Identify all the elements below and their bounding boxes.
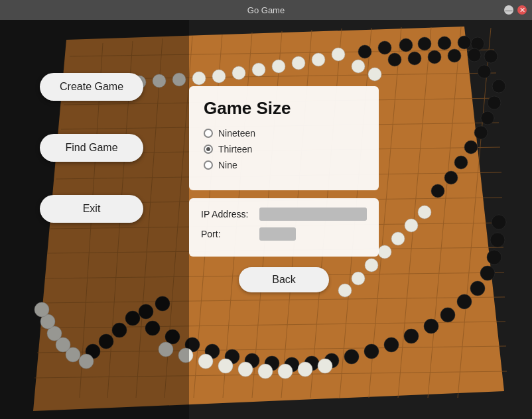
radio-nineteen-label: Nineteen bbox=[218, 128, 255, 139]
close-button[interactable]: ✕ bbox=[517, 5, 527, 15]
minimize-button[interactable]: — bbox=[504, 5, 513, 15]
svg-point-87 bbox=[232, 66, 245, 80]
ip-address-row: IP Address: bbox=[201, 208, 367, 221]
svg-point-48 bbox=[464, 141, 478, 154]
title-bar: Go Game — ✕ bbox=[0, 0, 532, 20]
port-label: Port: bbox=[201, 229, 254, 239]
svg-point-78 bbox=[490, 233, 505, 247]
svg-point-88 bbox=[212, 70, 226, 83]
radio-thirteen-btn[interactable] bbox=[204, 145, 213, 154]
radio-nine[interactable]: Nine bbox=[204, 160, 359, 170]
window-controls: — ✕ bbox=[504, 5, 527, 15]
svg-point-89 bbox=[192, 72, 206, 85]
game-size-panel: Game Size Nineteen Thirteen Nine bbox=[189, 86, 379, 190]
svg-point-50 bbox=[444, 171, 458, 184]
svg-point-112 bbox=[378, 245, 391, 259]
find-game-panel: IP Address: Port: bbox=[189, 198, 379, 257]
svg-point-49 bbox=[454, 156, 468, 169]
svg-point-77 bbox=[487, 250, 501, 265]
port-row: Port: bbox=[201, 227, 367, 241]
svg-point-63 bbox=[344, 349, 359, 364]
create-game-button[interactable]: Create Game bbox=[40, 73, 143, 101]
exit-button[interactable]: Exit bbox=[40, 195, 143, 223]
svg-point-42 bbox=[484, 50, 498, 63]
radio-nine-label: Nine bbox=[218, 160, 237, 170]
svg-point-110 bbox=[405, 219, 418, 232]
port-input[interactable] bbox=[259, 227, 296, 241]
svg-point-73 bbox=[440, 308, 455, 322]
svg-point-74 bbox=[457, 294, 472, 309]
svg-point-75 bbox=[470, 281, 485, 296]
svg-point-86 bbox=[252, 63, 265, 76]
svg-point-46 bbox=[481, 111, 494, 125]
radio-thirteen[interactable]: Thirteen bbox=[204, 144, 359, 154]
svg-point-94 bbox=[198, 354, 213, 369]
svg-point-83 bbox=[312, 53, 325, 66]
left-panel: Create Game Find Game Exit bbox=[40, 73, 143, 223]
svg-point-82 bbox=[368, 68, 381, 81]
back-button[interactable]: Back bbox=[239, 267, 329, 292]
svg-point-34 bbox=[438, 36, 451, 50]
svg-point-85 bbox=[272, 60, 285, 73]
svg-point-97 bbox=[258, 364, 273, 379]
svg-point-31 bbox=[378, 41, 391, 54]
radio-nine-btn[interactable] bbox=[204, 160, 213, 170]
svg-point-80 bbox=[332, 48, 345, 61]
svg-point-84 bbox=[292, 56, 305, 70]
svg-point-37 bbox=[388, 53, 401, 66]
svg-point-111 bbox=[391, 232, 405, 245]
svg-point-47 bbox=[474, 126, 488, 139]
svg-point-32 bbox=[399, 38, 413, 52]
svg-point-70 bbox=[384, 337, 399, 352]
ip-input[interactable] bbox=[259, 208, 367, 221]
svg-point-95 bbox=[218, 359, 233, 373]
svg-point-71 bbox=[404, 329, 419, 343]
svg-point-33 bbox=[418, 37, 431, 50]
svg-point-35 bbox=[458, 36, 471, 49]
svg-point-39 bbox=[428, 50, 441, 64]
radio-nineteen[interactable]: Nineteen bbox=[204, 128, 359, 139]
find-game-button[interactable]: Find Game bbox=[40, 134, 143, 162]
svg-point-100 bbox=[318, 359, 332, 373]
svg-point-109 bbox=[418, 206, 431, 219]
svg-point-98 bbox=[278, 364, 293, 379]
back-button-wrapper: Back bbox=[189, 267, 379, 292]
game-size-title: Game Size bbox=[204, 98, 359, 119]
svg-point-81 bbox=[352, 60, 365, 73]
ip-label: IP Address: bbox=[201, 209, 254, 219]
svg-point-38 bbox=[408, 52, 421, 65]
svg-point-45 bbox=[488, 96, 501, 109]
svg-point-43 bbox=[478, 65, 491, 78]
svg-point-41 bbox=[468, 48, 481, 62]
svg-point-51 bbox=[431, 184, 444, 198]
svg-point-30 bbox=[358, 45, 371, 58]
svg-point-40 bbox=[448, 49, 461, 62]
svg-point-96 bbox=[238, 362, 253, 377]
svg-point-69 bbox=[364, 344, 379, 359]
svg-point-79 bbox=[492, 215, 506, 229]
svg-point-44 bbox=[492, 80, 505, 93]
window-title: Go Game bbox=[247, 5, 285, 15]
right-panel: Game Size Nineteen Thirteen Nine IP Addr… bbox=[189, 86, 379, 292]
svg-point-76 bbox=[480, 266, 495, 280]
svg-point-72 bbox=[424, 319, 438, 333]
background: Create Game Find Game Exit Game Size Nin… bbox=[0, 20, 532, 419]
radio-nineteen-btn[interactable] bbox=[204, 129, 213, 138]
radio-thirteen-label: Thirteen bbox=[218, 144, 252, 154]
svg-point-99 bbox=[298, 362, 312, 377]
